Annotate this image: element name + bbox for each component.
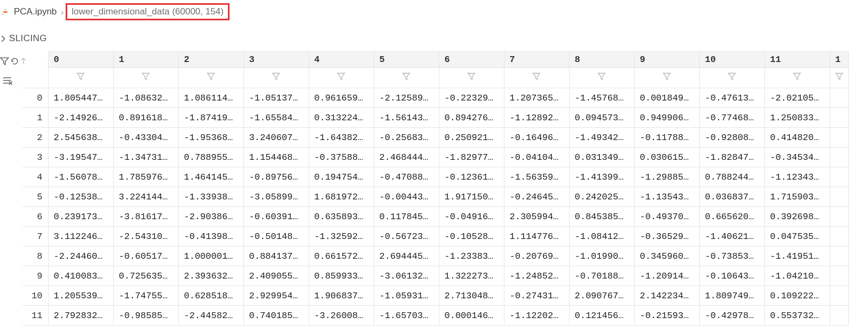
cell[interactable]: 1.715903… (764, 187, 830, 207)
column-header[interactable]: 10 (699, 52, 764, 68)
column-filter[interactable] (634, 68, 699, 88)
cell[interactable]: -2.24460… (48, 246, 113, 266)
column-filter[interactable] (764, 68, 830, 88)
cell[interactable]: 0.635893… (309, 207, 374, 227)
column-filter[interactable] (830, 68, 848, 88)
cell[interactable]: -1.56143… (374, 108, 439, 128)
cell[interactable] (830, 88, 848, 108)
cell[interactable]: -0.42978… (699, 306, 764, 326)
cell[interactable]: -0.43304… (113, 128, 178, 148)
cell[interactable]: 1.207365… (504, 88, 569, 108)
cell[interactable]: -1.64382… (309, 128, 374, 148)
cell[interactable]: 0.313224… (309, 108, 374, 128)
cell[interactable] (830, 227, 848, 246)
cell[interactable]: -0.36529… (634, 227, 699, 246)
cell[interactable]: 1.154468… (243, 148, 309, 167)
cell[interactable]: 1.785976… (113, 167, 178, 187)
cell[interactable]: -1.24852… (504, 266, 569, 286)
cell[interactable]: -0.22329… (439, 88, 504, 108)
funnel-icon[interactable] (337, 72, 345, 81)
cell[interactable]: -0.00443… (374, 187, 439, 207)
cell[interactable]: 1.809749… (699, 286, 764, 306)
funnel-icon[interactable] (532, 72, 541, 81)
cell[interactable]: 2.792832… (48, 306, 113, 326)
cell[interactable] (830, 167, 848, 187)
cell[interactable]: -1.05137… (243, 88, 309, 108)
cell[interactable]: 1.322273… (439, 266, 504, 286)
cell[interactable]: 2.409055… (243, 266, 309, 286)
cell[interactable]: -0.11788… (634, 128, 699, 148)
cell[interactable]: -0.34534… (764, 148, 830, 167)
cell[interactable]: 1.805447… (48, 88, 113, 108)
cell[interactable]: 2.713048… (439, 286, 504, 306)
cell[interactable]: 0.242025… (569, 187, 634, 207)
cell[interactable]: -0.47613… (699, 88, 764, 108)
cell[interactable]: -1.01990… (569, 246, 634, 266)
cell[interactable]: 0.000146… (439, 306, 504, 326)
cell[interactable]: -2.54310… (113, 227, 178, 246)
funnel-icon[interactable] (728, 72, 736, 81)
cell[interactable]: -1.56359… (504, 167, 569, 187)
cell[interactable]: -1.32592… (309, 227, 374, 246)
column-filter[interactable] (113, 68, 178, 88)
cell[interactable]: 0.030615… (634, 148, 699, 167)
cell[interactable]: -3.05899… (243, 187, 309, 207)
cell[interactable]: -0.92808… (699, 128, 764, 148)
cell[interactable] (830, 306, 848, 326)
column-filter[interactable] (504, 68, 569, 88)
cell[interactable]: -0.56723… (374, 227, 439, 246)
cell[interactable]: -1.65584… (243, 108, 309, 128)
cell[interactable]: -1.29885… (634, 167, 699, 187)
cell[interactable]: -0.16496… (504, 128, 569, 148)
funnel-icon[interactable] (597, 72, 606, 81)
cell[interactable]: 1.205539… (48, 286, 113, 306)
funnel-icon[interactable] (793, 72, 801, 81)
cell[interactable]: -2.44582… (178, 306, 243, 326)
cell[interactable]: 0.094573… (569, 108, 634, 128)
cell[interactable] (830, 246, 848, 266)
cell[interactable]: 0.859933… (309, 266, 374, 286)
cell[interactable]: -0.98585… (113, 306, 178, 326)
column-filter[interactable] (178, 68, 243, 88)
funnel-icon[interactable] (467, 72, 476, 81)
cell[interactable]: 0.250921… (439, 128, 504, 148)
cell[interactable]: -0.73853… (699, 246, 764, 266)
cell[interactable]: -0.70188… (569, 266, 634, 286)
funnel-icon[interactable] (141, 72, 150, 81)
cell[interactable]: -1.12343… (764, 167, 830, 187)
cell[interactable]: -0.24645… (504, 187, 569, 207)
cell[interactable]: -3.81617… (113, 207, 178, 227)
cell[interactable]: 3.112246… (48, 227, 113, 246)
cell[interactable]: -1.87419… (178, 108, 243, 128)
cell[interactable]: -0.41398… (178, 227, 243, 246)
cell[interactable] (830, 187, 848, 207)
column-header[interactable]: 4 (309, 52, 374, 68)
cell[interactable]: -1.33938… (178, 187, 243, 207)
cell[interactable]: 0.194754… (309, 167, 374, 187)
cell[interactable]: 0.239173… (48, 207, 113, 227)
column-header[interactable]: 5 (374, 52, 439, 68)
column-header[interactable]: 6 (439, 52, 504, 68)
cell[interactable] (830, 108, 848, 128)
cell[interactable]: -1.56078… (48, 167, 113, 187)
cell[interactable]: -3.06132… (374, 266, 439, 286)
cell[interactable]: -1.45768… (569, 88, 634, 108)
cell[interactable]: 3.240607… (243, 128, 309, 148)
cell[interactable]: 1.464145… (178, 167, 243, 187)
cell[interactable]: -1.04210… (764, 266, 830, 286)
cell[interactable]: 2.142234… (634, 286, 699, 306)
funnel-icon[interactable] (835, 72, 843, 81)
cell[interactable]: 0.740185… (243, 306, 309, 326)
cell[interactable]: 0.036837… (699, 187, 764, 207)
cell[interactable]: 0.117845… (374, 207, 439, 227)
cell[interactable]: -1.08632… (113, 88, 178, 108)
cell[interactable]: 0.392698… (764, 207, 830, 227)
cell[interactable]: -3.19547… (48, 148, 113, 167)
list-settings-icon[interactable] (0, 73, 15, 88)
funnel-icon[interactable] (402, 72, 411, 81)
cell[interactable] (830, 207, 848, 227)
cell[interactable]: -1.20914… (634, 266, 699, 286)
cell[interactable]: 0.628518… (178, 286, 243, 306)
cell[interactable]: -0.60391… (243, 207, 309, 227)
cell[interactable]: 0.894276… (439, 108, 504, 128)
